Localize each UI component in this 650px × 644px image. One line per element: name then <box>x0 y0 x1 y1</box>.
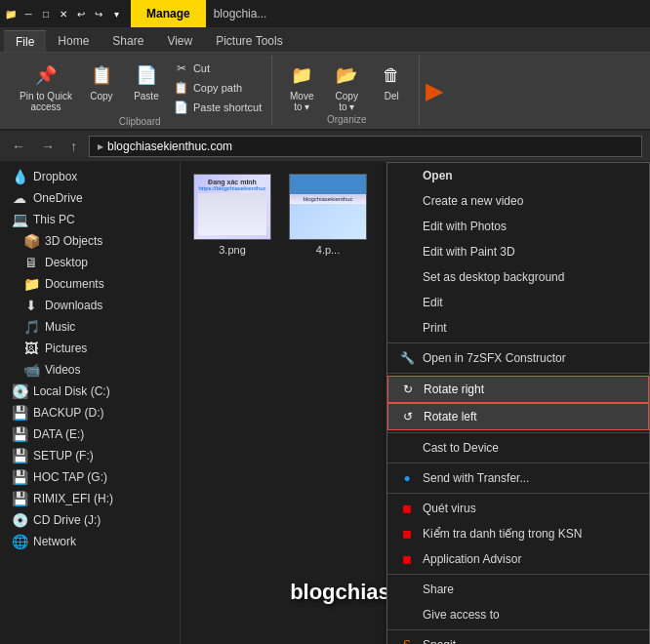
paste-label: Paste <box>134 91 159 101</box>
path-separator: ▸ <box>98 140 103 153</box>
ctx-rotate-left[interactable]: ↺ Rotate left <box>387 403 649 430</box>
up-button[interactable]: ↑ <box>66 137 81 156</box>
copy-path-label: Copy path <box>193 82 242 94</box>
ctx-give-access-icon <box>399 607 415 623</box>
maximize-icon[interactable]: □ <box>39 7 53 20</box>
ctx-snagit-label: Snagit <box>423 638 456 644</box>
pin-label: Pin to Quickaccess <box>20 91 72 112</box>
ctx-edit-paint3d[interactable]: Edit with Paint 3D <box>387 239 649 264</box>
ctx-print-icon <box>399 320 415 336</box>
ctx-sep-4 <box>387 463 649 463</box>
ctx-send-transfer[interactable]: ● Send with Transfer... <box>387 465 649 491</box>
main-content: 💧 Dropbox ☁ OneDrive 💻 This PC 📦 3D Obje… <box>0 162 650 644</box>
ctx-virus-label: Quét virus <box>423 502 476 515</box>
sidebar-item-hoc-tap-g[interactable]: 💾 HOC TAP (G:) <box>0 466 180 488</box>
sidebar-item-cd-drive-j[interactable]: 💿 CD Drive (J:) <box>0 509 180 531</box>
file-item-3png[interactable]: Đang xác minh https://blogchiasekienthuc… <box>188 170 276 260</box>
sidebar-item-documents[interactable]: 📁 Documents <box>0 273 180 295</box>
ctx-7zsfx-label: Open in 7zSFX Constructor <box>423 351 566 365</box>
path-text: blogchiasekienthuc.com <box>107 140 232 153</box>
sidebar-item-this-pc[interactable]: 💻 This PC <box>0 209 180 230</box>
ctx-open[interactable]: Open <box>387 163 649 188</box>
ctx-create-video[interactable]: Create a new video <box>387 188 649 214</box>
thumb-img-3: Đang xác minh https://blogchiasekienthuc <box>194 175 270 239</box>
tab-view[interactable]: View <box>155 30 204 52</box>
tab-picture-tools[interactable]: Picture Tools <box>204 30 294 52</box>
file-item-4png[interactable]: blogchiasekienthuc 4.p... <box>284 170 372 260</box>
copy-to-icon: 📂 <box>333 61 360 89</box>
ctx-quay-virus[interactable]: ◼ Quét virus <box>387 496 649 521</box>
ctx-transfer-icon: ● <box>399 470 415 486</box>
address-path[interactable]: ▸ blogchiasekienthuc.com <box>89 136 642 157</box>
organize-label: Organize <box>327 114 367 127</box>
ctx-edit-photos[interactable]: Edit with Photos <box>387 214 649 239</box>
sidebar-item-desktop[interactable]: 🖥 Desktop <box>0 252 180 273</box>
delete-button[interactable]: 🗑 Del <box>372 60 411 103</box>
sidebar-item-pictures[interactable]: 🖼 Pictures <box>0 338 180 359</box>
onedrive-icon: ☁ <box>12 190 27 206</box>
ctx-edit[interactable]: Edit <box>387 290 649 315</box>
ctx-cast-device[interactable]: Cast to Device <box>387 435 649 461</box>
ctx-give-access[interactable]: Give access to <box>387 602 649 627</box>
manage-tab[interactable]: Manage <box>131 0 206 27</box>
file-thumb-4png: blogchiasekienthuc <box>289 174 367 240</box>
redo-icon[interactable]: ↪ <box>92 7 105 20</box>
ctx-open-7zsfx[interactable]: 🔧 Open in 7zSFX Constructor <box>387 345 649 371</box>
close-icon[interactable]: ✕ <box>57 7 70 20</box>
paste-button[interactable]: 📄 Paste <box>127 60 166 103</box>
sidebar-videos-label: Videos <box>45 363 80 377</box>
sidebar-item-backup-d[interactable]: 💾 BACKUP (D:) <box>0 402 180 423</box>
ctx-share-label: Share <box>423 583 454 596</box>
sidebar-3d-objects-label: 3D Objects <box>45 234 102 248</box>
sidebar-item-downloads[interactable]: ⬇ Downloads <box>0 295 180 316</box>
backup-d-icon: 💾 <box>12 405 27 421</box>
ctx-kiem-tra[interactable]: ◼ Kiểm tra danh tiếng trong KSN <box>387 521 649 546</box>
back-button[interactable]: ← <box>8 137 29 156</box>
ctx-rotate-right[interactable]: ↻ Rotate right <box>387 376 649 403</box>
ribbon-group-organize: 📁 Moveto ▾ 📂 Copyto ▾ 🗑 Del Organize <box>274 56 420 126</box>
move-to-icon: 📁 <box>288 61 315 89</box>
ctx-application-advisor[interactable]: ◼ Application Advisor <box>387 546 649 572</box>
sidebar-pictures-label: Pictures <box>45 342 87 355</box>
sidebar-item-3d-objects[interactable]: 📦 3D Objects <box>0 230 180 252</box>
ctx-sep-5 <box>387 493 649 494</box>
copy-path-button[interactable]: 📋 Copy path <box>172 79 264 97</box>
ctx-print[interactable]: Print <box>387 315 649 341</box>
quick-access-icon[interactable]: ↩ <box>74 7 88 20</box>
sidebar-item-music[interactable]: 🎵 Music <box>0 316 180 338</box>
ribbon-arrow: ▶ <box>422 77 447 104</box>
ctx-sep-6 <box>387 574 649 575</box>
network-icon: 🌐 <box>12 534 27 549</box>
cut-icon: ✂ <box>174 60 189 76</box>
sidebar-item-data-e[interactable]: 💾 DATA (E:) <box>0 423 180 445</box>
minimize-icon[interactable]: ─ <box>21 7 35 20</box>
sidebar-data-e-label: DATA (E:) <box>33 427 84 441</box>
ctx-share[interactable]: Share <box>387 577 649 602</box>
tab-home[interactable]: Home <box>46 30 101 52</box>
tab-file[interactable]: File <box>4 30 46 52</box>
ribbon-tabs: File Home Share View Picture Tools <box>0 27 650 53</box>
move-to-label: Moveto ▾ <box>290 91 313 112</box>
cut-small-button[interactable]: ✂ Cut <box>172 60 264 77</box>
sidebar-item-dropbox[interactable]: 💧 Dropbox <box>0 166 180 187</box>
sidebar-item-local-disk-c[interactable]: 💽 Local Disk (C:) <box>0 381 180 402</box>
dropdown-icon[interactable]: ▾ <box>109 7 123 20</box>
sidebar-item-network[interactable]: 🌐 Network <box>0 531 180 552</box>
forward-button[interactable]: → <box>37 137 59 156</box>
desktop-icon: 🖥 <box>23 255 39 270</box>
tab-share[interactable]: Share <box>101 30 155 52</box>
sidebar-item-setup-f[interactable]: 💾 SETUP (F:) <box>0 445 180 466</box>
sidebar-item-onedrive[interactable]: ☁ OneDrive <box>0 187 180 209</box>
ctx-edit-paint3d-icon <box>399 244 415 260</box>
pin-quick-access-button[interactable]: 📌 Pin to Quickaccess <box>16 60 76 114</box>
paste-icon: 📄 <box>133 61 160 89</box>
ctx-set-desktop-bg[interactable]: Set as desktop background <box>387 264 649 290</box>
copy-to-button[interactable]: 📂 Copyto ▾ <box>327 60 366 114</box>
move-to-button[interactable]: 📁 Moveto ▾ <box>282 60 321 114</box>
copy-button[interactable]: 📋 Copy <box>82 60 121 103</box>
ctx-snagit[interactable]: S Snagit <box>387 632 649 644</box>
sidebar-item-rimix-efi-h[interactable]: 💾 RIMIX_EFI (H:) <box>0 488 180 509</box>
ctx-edit-icon <box>399 295 415 310</box>
paste-shortcut-button[interactable]: 📄 Paste shortcut <box>172 99 264 116</box>
sidebar-item-videos[interactable]: 📹 Videos <box>0 359 180 381</box>
